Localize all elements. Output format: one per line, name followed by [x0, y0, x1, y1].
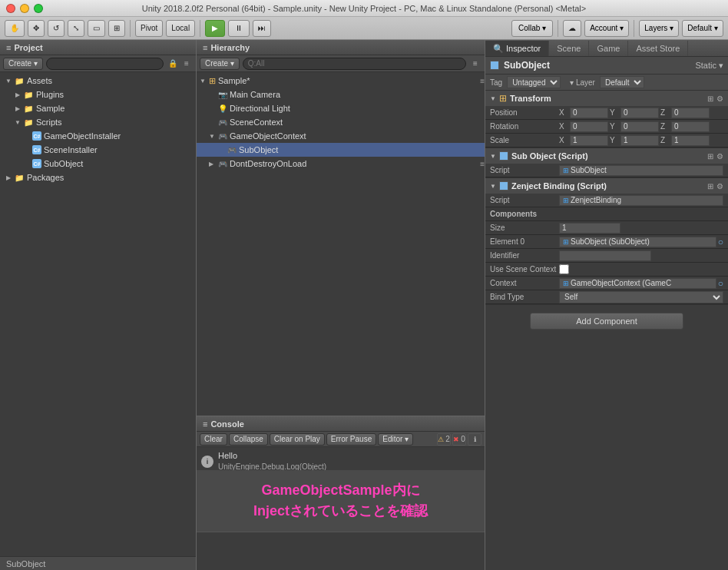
- sub-object-action-2[interactable]: ⚙: [716, 152, 723, 161]
- element0-ref[interactable]: ⊞ SubObject (SubObject): [559, 237, 716, 247]
- components-size-values: [559, 223, 723, 234]
- rect-tool-button[interactable]: ▭: [88, 20, 105, 37]
- project-menu-icon[interactable]: ≡: [180, 58, 193, 70]
- tab-inspector[interactable]: 🔍 Inspector: [485, 41, 549, 56]
- hierarchy-search-input[interactable]: [243, 58, 466, 70]
- element0-circle[interactable]: ○: [718, 237, 723, 247]
- collab-button[interactable]: Collab ▾: [511, 20, 553, 37]
- hierarchy-tree: ▼ ⊞ Sample* ≡ 📷 Main Camera 💡 Directiona…: [197, 72, 485, 416]
- layers-button[interactable]: Layers ▾: [639, 20, 679, 37]
- sub-object-script-header[interactable]: ▼ Sub Object (Script) ⊞ ⚙: [485, 148, 728, 164]
- scene-root[interactable]: ▼ ⊞ Sample* ≡: [197, 74, 485, 88]
- rotation-z-input[interactable]: [671, 121, 710, 132]
- bind-type-select[interactable]: Self: [559, 291, 723, 303]
- zenject-action-2[interactable]: ⚙: [716, 182, 723, 191]
- transform-header[interactable]: ▼ ⊞ Transform ⊞ ⚙: [485, 91, 728, 106]
- add-component-button[interactable]: Add Component: [530, 313, 683, 330]
- transform-action-2[interactable]: ⚙: [716, 94, 723, 103]
- packages-item[interactable]: ▶ 📁 Packages: [0, 171, 196, 184]
- rotation-y-input[interactable]: [620, 121, 659, 132]
- subobject-hierarchy-item[interactable]: 🎮 SubObject: [197, 143, 485, 157]
- project-create-button[interactable]: Create ▾: [3, 58, 43, 70]
- scale-x-input[interactable]: [570, 135, 608, 146]
- gameobjectinstaller-item[interactable]: C# GameObjectInstaller: [0, 129, 196, 143]
- tag-select[interactable]: Untagged: [507, 76, 561, 88]
- context-ref[interactable]: ⊞ GameObjectContext (GameC: [559, 278, 716, 289]
- collapse-button[interactable]: Collapse: [229, 433, 268, 446]
- scale-z-input[interactable]: [671, 135, 710, 146]
- main-camera-item[interactable]: 📷 Main Camera: [197, 88, 485, 101]
- components-section-title: Components: [485, 207, 728, 221]
- cloud-button[interactable]: ☁: [563, 20, 581, 37]
- tab-asset-store[interactable]: Asset Store: [628, 41, 688, 56]
- sample-item[interactable]: ▶ 📁 Sample: [0, 101, 196, 115]
- hierarchy-create-button[interactable]: Create ▾: [200, 58, 240, 70]
- position-z-input[interactable]: [671, 108, 710, 118]
- sub-object-action-1[interactable]: ⊞: [707, 152, 713, 161]
- context-circle[interactable]: ○: [718, 278, 723, 289]
- clear-on-play-button[interactable]: Clear on Play: [270, 433, 325, 446]
- project-icon: ≡: [6, 43, 11, 52]
- scale-y-input[interactable]: [620, 135, 659, 146]
- scripts-folder[interactable]: ▼ 📁 Scripts: [0, 115, 196, 129]
- zenject-binding-header[interactable]: ▼ Zenject Binding (Script) ⊞ ⚙: [485, 178, 728, 194]
- rotation-x-input[interactable]: [570, 121, 608, 132]
- console-content: i Hello UnityEngine.Debug.Log(Object) i …: [197, 447, 485, 470]
- directional-light-item[interactable]: 💡 Directional Light: [197, 101, 485, 115]
- play-button[interactable]: ▶: [205, 20, 225, 37]
- position-y-label: Y: [610, 108, 619, 117]
- rotate-tool-button[interactable]: ↺: [48, 20, 65, 37]
- plugins-item[interactable]: ▶ 📁 Plugins: [0, 88, 196, 101]
- scale-tool-button[interactable]: ⤡: [68, 20, 84, 37]
- position-x-input[interactable]: [570, 108, 608, 118]
- identifier-values: [559, 250, 723, 261]
- project-lock-icon[interactable]: 🔒: [167, 58, 179, 70]
- scenecontext-item[interactable]: 🎮 SceneContext: [197, 115, 485, 129]
- components-size-input[interactable]: [559, 223, 620, 234]
- transform-tool-button[interactable]: ⊞: [108, 20, 125, 37]
- identifier-input[interactable]: [559, 250, 651, 261]
- minimize-button[interactable]: [20, 4, 29, 13]
- assets-root[interactable]: ▼ 📁 Assets: [0, 74, 196, 88]
- console-item-hello[interactable]: i Hello UnityEngine.Debug.Log(Object): [197, 449, 485, 470]
- tab-game[interactable]: Game: [589, 41, 628, 56]
- editor-button[interactable]: Editor ▾: [378, 433, 413, 446]
- sceneinstaller-item[interactable]: C# SceneInstaller: [0, 143, 196, 157]
- default-layout-button[interactable]: Default ▾: [682, 20, 723, 37]
- account-button[interactable]: Account ▾: [584, 20, 629, 37]
- inspector-tab-icon: 🔍: [493, 44, 504, 54]
- sub-object-script-values: ⊞ SubObject: [559, 165, 723, 176]
- zenject-title: Zenject Binding (Script): [511, 181, 707, 191]
- console-error-button[interactable]: ✖ 0: [452, 433, 466, 446]
- pause-button[interactable]: ⏸: [228, 20, 250, 37]
- error-pause-button[interactable]: Error Pause: [326, 433, 376, 446]
- layer-select[interactable]: Default: [600, 76, 644, 88]
- sub-object-script-ref[interactable]: ⊞ SubObject: [559, 165, 723, 176]
- close-button[interactable]: [6, 4, 15, 13]
- zenject-action-1[interactable]: ⊞: [707, 182, 713, 191]
- hierarchy-menu-icon[interactable]: ≡: [469, 58, 481, 70]
- tab-scene[interactable]: Scene: [549, 41, 589, 56]
- console-menu-button[interactable]: ℹ: [468, 433, 481, 446]
- zenject-active-checkbox[interactable]: [499, 181, 508, 191]
- hand-tool-button[interactable]: ✋: [5, 20, 25, 37]
- local-button[interactable]: Local: [166, 20, 195, 37]
- sub-object-active-checkbox[interactable]: [499, 151, 508, 161]
- pivot-button[interactable]: Pivot: [135, 20, 163, 37]
- maximize-button[interactable]: [34, 4, 43, 13]
- clear-button[interactable]: Clear: [200, 433, 227, 446]
- move-tool-button[interactable]: ✥: [28, 20, 45, 37]
- gameobjectcontext-item[interactable]: ▼ 🎮 GameObjectContext: [197, 129, 485, 143]
- transform-action-1[interactable]: ⊞: [707, 94, 713, 103]
- scale-row: Scale X Y Z: [485, 134, 728, 147]
- zenject-script-ref[interactable]: ⊞ ZenjectBinding: [559, 195, 723, 206]
- use-scene-context-checkbox[interactable]: [559, 264, 569, 274]
- subobject-script-item[interactable]: C# SubObject: [0, 157, 196, 171]
- scenecontext-icon: 🎮: [218, 118, 227, 127]
- dontdestroyonload-item[interactable]: ▶ 🎮 DontDestroyOnLoad ≡: [197, 157, 485, 171]
- position-y-input[interactable]: [620, 108, 659, 118]
- project-search-input[interactable]: [46, 58, 164, 70]
- console-warning-button[interactable]: ⚠ 2: [437, 433, 451, 446]
- object-active-checkbox[interactable]: [490, 61, 499, 70]
- step-button[interactable]: ⏭: [253, 20, 271, 37]
